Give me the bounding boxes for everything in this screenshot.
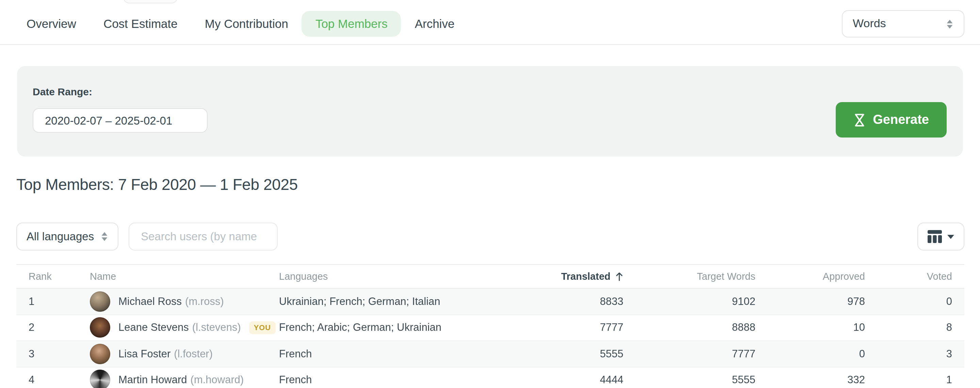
table-row: 4 Martin Howard (m.howard) French 4444 5… xyxy=(16,367,964,388)
clipped-element-above xyxy=(123,0,178,3)
user-name-link[interactable]: Lisa Foster xyxy=(118,348,170,360)
table-columns-icon xyxy=(928,230,942,243)
tab-label: My Contribution xyxy=(205,17,288,31)
user-name-link[interactable]: Martin Howard xyxy=(118,374,187,386)
rank-cell: 2 xyxy=(16,315,90,341)
user-login: (l.stevens) xyxy=(192,322,241,334)
tab-label: Top Members xyxy=(315,17,388,31)
date-range-input[interactable]: 2020-02-07 – 2025-02-01 xyxy=(33,108,208,133)
tab-cost-estimate[interactable]: Cost Estimate xyxy=(90,11,191,37)
approved-cell: 978 xyxy=(756,288,865,315)
column-header-name: Name xyxy=(90,264,279,288)
avatar xyxy=(90,370,110,388)
tab-archive[interactable]: Archive xyxy=(401,11,468,37)
approved-cell: 332 xyxy=(756,367,865,388)
language-filter-select[interactable]: All languages xyxy=(16,223,118,251)
languages-cell: French; Arabic; German; Ukrainian xyxy=(279,315,480,341)
search-users-input[interactable] xyxy=(129,223,278,251)
page-title: Top Members: 7 Feb 2020 — 1 Feb 2025 xyxy=(16,176,298,194)
rank-cell: 3 xyxy=(16,341,90,367)
target-words-cell: 9102 xyxy=(624,288,756,315)
table-filters: All languages xyxy=(16,223,964,251)
language-filter-value: All languages xyxy=(27,230,94,243)
voted-cell: 1 xyxy=(865,367,964,388)
tab-label: Overview xyxy=(27,17,76,31)
target-words-cell: 8888 xyxy=(624,315,756,341)
languages-cell: French xyxy=(279,367,480,388)
translated-cell: 7777 xyxy=(480,315,624,341)
column-header-languages: Languages xyxy=(279,264,480,288)
avatar xyxy=(90,344,110,364)
report-generate-panel: Date Range: 2020-02-07 – 2025-02-01 Gene… xyxy=(17,66,963,157)
tab-top-members[interactable]: Top Members xyxy=(302,11,401,37)
translated-cell: 4444 xyxy=(480,367,624,388)
column-header-rank: Rank xyxy=(16,264,90,288)
user-login: (m.howard) xyxy=(191,374,244,386)
tabs-divider xyxy=(0,44,980,45)
translated-cell: 5555 xyxy=(480,341,624,367)
approved-cell: 10 xyxy=(756,315,865,341)
table-header-row: Rank Name Languages Translated Target Wo… xyxy=(16,264,964,288)
column-label: Translated xyxy=(561,271,611,282)
user-login: (m.ross) xyxy=(185,296,224,308)
voted-cell: 3 xyxy=(865,341,964,367)
rank-cell: 1 xyxy=(16,288,90,315)
avatar xyxy=(90,291,110,312)
unit-select-value: Words xyxy=(853,17,886,31)
tab-my-contribution[interactable]: My Contribution xyxy=(191,11,302,37)
approved-cell: 0 xyxy=(756,341,865,367)
user-name-link[interactable]: Leane Stevens xyxy=(118,322,189,334)
report-page: Overview Cost Estimate My Contribution T… xyxy=(0,0,980,388)
hourglass-icon xyxy=(853,113,865,127)
report-unit-select[interactable]: Words xyxy=(842,10,964,37)
translated-cell: 8833 xyxy=(480,288,624,315)
table-row: 2 Leane Stevens (l.stevens) YOU French; … xyxy=(16,315,964,341)
arrow-up-icon xyxy=(615,272,624,281)
columns-config-button[interactable] xyxy=(917,223,964,251)
column-label: Voted xyxy=(927,271,952,282)
date-range-value: 2020-02-07 – 2025-02-01 xyxy=(45,114,172,127)
languages-cell: Ukrainian; French; German; Italian xyxy=(279,288,480,315)
target-words-cell: 7777 xyxy=(624,341,756,367)
you-badge: YOU xyxy=(249,321,275,334)
generate-button-label: Generate xyxy=(873,112,929,127)
voted-cell: 0 xyxy=(865,288,964,315)
up-down-arrows-icon xyxy=(101,231,108,242)
voted-cell: 8 xyxy=(865,315,964,341)
user-login: (l.foster) xyxy=(174,348,213,360)
avatar xyxy=(90,318,110,338)
tab-overview[interactable]: Overview xyxy=(13,11,90,37)
column-header-target-words[interactable]: Target Words xyxy=(624,264,756,288)
tab-label: Cost Estimate xyxy=(103,17,178,31)
generate-button[interactable]: Generate xyxy=(835,102,947,137)
column-label: Name xyxy=(90,271,116,282)
column-label: Target Words xyxy=(697,271,756,282)
target-words-cell: 5555 xyxy=(624,367,756,388)
table-row: 1 Michael Ross (m.ross) Ukrainian; Frenc… xyxy=(16,288,964,315)
table-row: 3 Lisa Foster (l.foster) French 5555 777… xyxy=(16,341,964,367)
tab-label: Archive xyxy=(415,17,455,31)
rank-cell: 4 xyxy=(16,367,90,388)
column-label: Approved xyxy=(823,271,865,282)
column-header-approved[interactable]: Approved xyxy=(756,264,865,288)
languages-cell: French xyxy=(279,341,480,367)
user-name-link[interactable]: Michael Ross xyxy=(118,296,182,308)
date-range-label: Date Range: xyxy=(33,86,92,97)
column-label: Languages xyxy=(279,271,328,282)
report-tabs: Overview Cost Estimate My Contribution T… xyxy=(13,11,468,37)
up-down-arrows-icon xyxy=(946,19,953,29)
caret-down-icon xyxy=(947,234,954,239)
top-members-table: Rank Name Languages Translated Target Wo… xyxy=(16,264,964,388)
column-header-translated[interactable]: Translated xyxy=(480,264,624,288)
column-label: Rank xyxy=(29,271,52,282)
column-header-voted[interactable]: Voted xyxy=(865,264,964,288)
